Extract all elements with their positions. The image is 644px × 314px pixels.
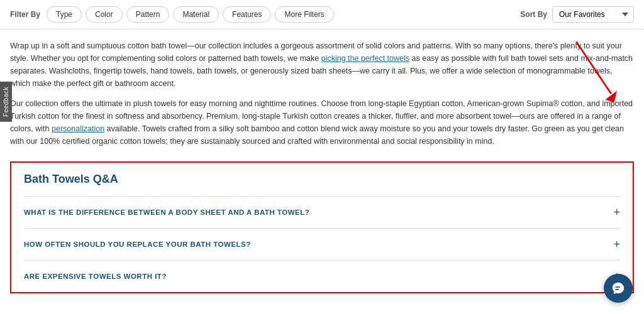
qa-expand-icon-2[interactable]: + xyxy=(613,239,620,250)
qa-item-1[interactable]: WHAT IS THE DIFFERENCE BETWEEN A BODY SH… xyxy=(24,196,620,228)
filter-color[interactable]: Color xyxy=(86,6,123,23)
qa-question-3: ARE EXPENSIVE TOWELS WORTH IT? xyxy=(24,273,167,280)
filter-material[interactable]: Material xyxy=(173,6,219,23)
qa-item-3[interactable]: ARE EXPENSIVE TOWELS WORTH IT? + xyxy=(24,260,620,292)
personalization-link[interactable]: personalization xyxy=(52,124,104,133)
qa-title: Bath Towels Q&A xyxy=(24,173,620,186)
filter-buttons: Type Color Pattern Material Features Mor… xyxy=(47,6,520,23)
filter-pattern[interactable]: Pattern xyxy=(126,6,170,23)
filter-label: Filter By xyxy=(10,10,40,19)
sort-section: Sort By Our Favorites xyxy=(520,6,634,23)
qa-section: Bath Towels Q&A WHAT IS THE DIFFERENCE B… xyxy=(10,161,634,293)
qa-question-1: WHAT IS THE DIFFERENCE BETWEEN A BODY SH… xyxy=(24,208,309,216)
qa-question-2: HOW OFTEN SHOULD YOU REPLACE YOUR BATH T… xyxy=(24,241,251,248)
chat-icon xyxy=(611,281,625,295)
chat-button[interactable] xyxy=(604,274,633,303)
qa-expand-icon-1[interactable]: + xyxy=(613,207,620,218)
paragraph-1: Wrap up in a soft and sumptuous cotton b… xyxy=(10,40,634,90)
filter-bar: Filter By Type Color Pattern Material Fe… xyxy=(0,0,644,30)
sort-label: Sort By xyxy=(520,10,547,19)
feedback-tab[interactable]: Feedback xyxy=(0,82,12,122)
paragraph-2: Our collection offers the ultimate in pl… xyxy=(10,97,634,148)
filter-more[interactable]: More Filters xyxy=(275,6,333,23)
sort-select[interactable]: Our Favorites xyxy=(552,6,634,23)
qa-item-2[interactable]: HOW OFTEN SHOULD YOU REPLACE YOUR BATH T… xyxy=(24,228,620,260)
main-content: Wrap up in a soft and sumptuous cotton b… xyxy=(0,30,644,161)
filter-type[interactable]: Type xyxy=(47,6,82,23)
picking-towels-link[interactable]: picking the perfect towels xyxy=(321,54,409,63)
filter-features[interactable]: Features xyxy=(223,6,271,23)
